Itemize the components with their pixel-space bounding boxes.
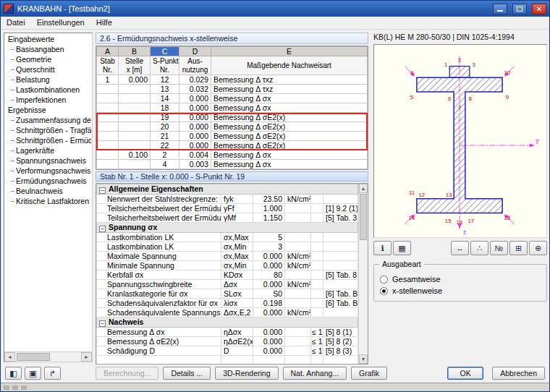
detail-section-header[interactable]: −Allgemeine Eigenschaften <box>97 184 358 195</box>
column-header-4: Maßgebende Nachweisart <box>211 56 368 75</box>
detail-row: Kranlastkategorie für σxSLσxS0[6] Tab. B… <box>97 289 358 299</box>
stress-point-number: 3 <box>473 61 476 68</box>
stress-point-number: 12 <box>418 192 425 198</box>
column-letter-E[interactable]: E <box>211 47 368 56</box>
tree-item[interactable]: Schnittgrößen - Tragfähigkeit <box>5 125 91 135</box>
ok-button[interactable]: OK <box>447 367 483 380</box>
detail-vertical-scrollbar[interactable]: ▲ ▼ <box>358 184 368 364</box>
radio-icon[interactable] <box>380 276 388 284</box>
column-letter-C[interactable]: C <box>151 47 179 56</box>
detail-row: Bemessung Δ σE2(x)ηΔσE2(x)0.000≤ 1[5] 8 … <box>97 337 358 346</box>
app-icon <box>4 4 14 14</box>
collapse-icon[interactable]: − <box>99 226 106 232</box>
column-letter-A[interactable]: A <box>97 47 119 56</box>
tree-item[interactable]: Ermüdungsnachweis <box>5 176 91 186</box>
table-row[interactable]: 180.000Bemessung Δ σx <box>97 103 368 113</box>
maximize-button[interactable] <box>512 4 527 14</box>
zoom-button[interactable]: ⊕ <box>529 241 547 255</box>
stress-points-button[interactable]: ∴ <box>470 241 488 255</box>
color-scale-button[interactable]: ▦ <box>393 241 411 255</box>
tree-item[interactable]: Lagerkräfte <box>5 145 91 155</box>
table-row[interactable]: 130.032Bemessung Δ τxz <box>97 85 368 94</box>
detail-section-header[interactable]: −Spannung σx <box>97 223 358 233</box>
window-tiles-button[interactable]: ▣ <box>25 367 41 380</box>
tree-group-0[interactable]: Eingabewerte <box>5 34 91 44</box>
menu-item-0[interactable]: Datei <box>1 17 31 29</box>
menu-item-1[interactable]: Einstellungen <box>31 17 90 29</box>
footer-button-1[interactable]: Details ... <box>163 367 211 380</box>
tree-item[interactable]: Imperfektionen <box>5 95 91 105</box>
tree-item[interactable]: Geometrie <box>5 54 91 64</box>
radio-option-1[interactable]: x-stellenweise <box>380 285 541 297</box>
detail-row: Minimale Spannungσx,Min0.000kN/cm² <box>97 261 358 270</box>
detail-row: Schädigung DD0.000≤ 1[5] 8 (3) <box>97 346 358 356</box>
dimensions-button[interactable]: ↔ <box>451 241 469 255</box>
menu-item-2[interactable]: Hilfe <box>90 17 118 29</box>
tree-item[interactable]: Beulnachweis <box>5 186 91 196</box>
table-row[interactable]: 0.10020.004Bemessung Δ σx <box>97 150 368 160</box>
column-letter-D[interactable]: D <box>179 47 211 56</box>
tree-item[interactable]: Querschnitt <box>5 64 91 74</box>
scroll-track[interactable] <box>15 352 81 362</box>
numbering-button[interactable]: № <box>490 241 508 255</box>
detail-section-header[interactable]: −Nachweis <box>97 318 358 328</box>
footer-button-4[interactable]: Grafik <box>351 367 387 380</box>
tree-item[interactable]: Schnittgrößen - Ermüdung <box>5 135 91 145</box>
stress-point-number: 13 <box>446 192 452 198</box>
table-row[interactable]: 200.000Bemessung Δ σE2(x) <box>97 122 368 132</box>
menu-bar: DateiEinstellungenHilfe <box>1 17 549 30</box>
tree-item[interactable]: Verformungsnachweis <box>5 166 91 176</box>
scroll-up-icon[interactable]: ▲ <box>359 184 368 193</box>
page-title: 2.6 - Ermüdungsnachweis x-stellenweise <box>96 33 368 44</box>
column-letter-B[interactable]: B <box>119 47 151 56</box>
footer-button-0[interactable]: Berechnung... <box>96 367 158 380</box>
stress-point-number: 1 <box>444 61 447 68</box>
output-mode-group: Ausgabeart Gesamtweisex-stellenweise <box>373 264 547 302</box>
stress-point-number: 17 <box>468 218 474 224</box>
table-row[interactable]: 10.000120.029Bemessung Δ τxz <box>97 75 368 85</box>
close-button[interactable]: ✕ <box>532 4 546 14</box>
tree-item[interactable]: Basisangaben <box>5 44 91 54</box>
tree-horizontal-scrollbar[interactable]: ◄ ► <box>4 351 92 362</box>
stress-point-number: 10 <box>504 69 511 76</box>
output-mode-options: Gesamtweisex-stellenweise <box>380 273 541 297</box>
table-row[interactable]: 190.000Bemessung Δ σE2(x) <box>97 113 368 122</box>
scroll-left-icon[interactable]: ◄ <box>4 352 15 362</box>
column-header-1: Stellex [m] <box>119 56 151 75</box>
scroll-thumb[interactable] <box>17 353 50 361</box>
results-table[interactable]: ABCDEStabNr.Stellex [m]S-PunktNr.Aus-nut… <box>96 46 368 169</box>
tree-item[interactable]: Lastkombinationen <box>5 85 91 95</box>
cross-section-view[interactable]: y z 123456789101112131415161718 <box>373 44 547 238</box>
table-row[interactable]: 40.003Bemessung Δ σx <box>97 160 368 169</box>
fit-view-button[interactable]: ⊞ <box>509 241 528 255</box>
info-button[interactable]: ℹ <box>373 241 392 255</box>
tree-item[interactable]: Zusammenfassung der Nachwe <box>5 115 91 125</box>
scroll-right-icon[interactable]: ► <box>81 352 92 362</box>
table-row[interactable]: 210.000Bemessung Δ σE2(x) <box>97 132 368 141</box>
radio-icon[interactable] <box>380 287 388 295</box>
collapse-icon[interactable]: − <box>99 320 106 327</box>
results-wrap: ABCDEStabNr.Stellex [m]S-PunktNr.Aus-nut… <box>96 46 368 170</box>
table-row[interactable]: 220.000Bemessung Δ σE2(x) <box>97 141 368 150</box>
title-bar[interactable]: KRANBAHN - [Testbahn2] ✕ <box>1 1 549 17</box>
tree-group-1[interactable]: Ergebnisse <box>5 105 91 115</box>
panel-layout-button[interactable]: ◧ <box>5 367 22 380</box>
kranbahn-window: KRANBAHN - [Testbahn2] ✕ DateiEinstellun… <box>0 0 550 392</box>
tree-item[interactable]: Belastung <box>5 74 91 85</box>
tree-item[interactable]: Kritische Lastfaktoren <box>5 196 91 206</box>
scroll-down-icon[interactable]: ▼ <box>359 354 368 364</box>
footer-button-2[interactable]: 3D-Rendering <box>215 367 278 380</box>
footer-button-3[interactable]: Nat. Anhang... <box>283 367 347 380</box>
section-caption: KB(L) HE M 280-50/30 | DIN 1025-4:1994 <box>373 33 547 43</box>
tree-item[interactable]: Spannungsnachweis <box>5 155 91 166</box>
minimize-button[interactable] <box>493 4 507 14</box>
collapse-icon[interactable]: − <box>99 187 106 194</box>
info-icon: ℹ <box>381 244 384 253</box>
detail-row: SpannungsschwingbreiteΔσx0.000kN/cm² <box>97 280 358 289</box>
stress-point-number: 18 <box>504 215 511 221</box>
cancel-button[interactable]: Abbrechen <box>492 367 545 380</box>
scroll-thumb[interactable] <box>360 194 367 240</box>
export-window-button[interactable]: ↱ <box>44 367 61 380</box>
table-row[interactable]: 140.000Bemessung Δ σx <box>97 94 368 103</box>
radio-option-0[interactable]: Gesamtweise <box>380 273 541 285</box>
